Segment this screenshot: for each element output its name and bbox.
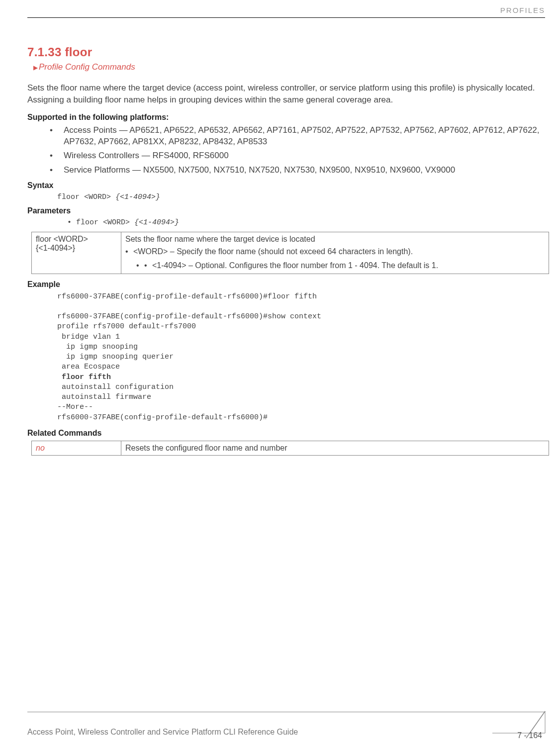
- page-number-box: 7 - 164: [490, 721, 545, 743]
- parameters-heading: Parameters: [27, 206, 545, 215]
- example-line: bridge vlan 1: [57, 333, 120, 341]
- parameters-line: floor <WORD> {<1-4094>}: [67, 218, 545, 227]
- param-desc-b2: <1-4094> – Optional. Configures the floo…: [136, 260, 545, 271]
- supported-heading: Supported in the following platforms:: [27, 113, 545, 122]
- syntax-heading: Syntax: [27, 181, 545, 190]
- example-line: ip igmp snooping: [57, 343, 138, 351]
- param-line-plain: floor <WORD>: [76, 218, 134, 227]
- example-block: rfs6000-37FABE(config-profile-default-rf…: [57, 292, 545, 423]
- intro-paragraph: Sets the floor name where the target dev…: [27, 82, 545, 106]
- example-line: ip igmp snooping querier: [57, 353, 174, 361]
- section-title: 7.1.33 floor: [27, 45, 545, 59]
- related-commands-table: no Resets the configured floor name and …: [31, 441, 549, 456]
- syntax-optional: {<1-4094>}: [115, 193, 160, 201]
- page-footer: Access Point, Wireless Controller and Se…: [0, 712, 560, 743]
- breadcrumb-text: Profile Config Commands: [39, 62, 135, 72]
- breadcrumb[interactable]: ▶Profile Config Commands: [33, 62, 545, 72]
- param-name-l2: {<1-4094>}: [36, 244, 75, 252]
- param-desc-b1: <WORD> – Specify the floor name (should …: [125, 246, 545, 257]
- param-desc-intro: Sets the floor name where the target dev…: [125, 235, 315, 243]
- example-heading: Example: [27, 280, 545, 289]
- list-item: Access Points — AP6521, AP6522, AP6532, …: [50, 125, 545, 148]
- page-number: 7 - 164: [517, 731, 542, 740]
- example-line: profile rfs7000 default-rfs7000: [57, 322, 196, 331]
- example-line: rfs6000-37FABE(config-profile-default-rf…: [57, 292, 317, 301]
- table-row: no Resets the configured floor name and …: [32, 441, 549, 455]
- supported-list: Access Points — AP6521, AP6522, AP6532, …: [50, 125, 545, 177]
- param-name-cell: floor <WORD> {<1-4094>}: [32, 232, 121, 274]
- example-line-highlight: floor fifth: [57, 373, 111, 381]
- example-line: autoinstall firmware: [57, 393, 151, 401]
- related-cmd-cell: no: [32, 441, 121, 455]
- syntax-plain: floor <WORD>: [57, 193, 115, 201]
- example-line: area Ecospace: [57, 363, 120, 371]
- related-cmd-link[interactable]: no: [36, 444, 45, 452]
- param-line-optional: {<1-4094>}: [134, 218, 179, 227]
- footer-rule: [27, 712, 545, 712]
- related-desc-cell: Resets the configured floor name and num…: [121, 441, 549, 455]
- table-row: floor <WORD> {<1-4094>} Sets the floor n…: [32, 232, 549, 274]
- example-line: autoinstall configuration: [57, 383, 174, 391]
- header-rule: [27, 17, 545, 18]
- parameters-table: floor <WORD> {<1-4094>} Sets the floor n…: [31, 232, 549, 274]
- related-heading: Related Commands: [27, 429, 545, 438]
- example-line: rfs6000-37FABE(config-profile-default-rf…: [57, 312, 321, 321]
- example-line: rfs6000-37FABE(config-profile-default-rf…: [57, 413, 268, 422]
- list-item: Wireless Controllers — RFS4000, RFS6000: [50, 150, 545, 162]
- param-name-l1: floor <WORD>: [36, 235, 88, 243]
- param-desc-cell: Sets the floor name where the target dev…: [121, 232, 549, 274]
- header-category: PROFILES: [27, 6, 545, 14]
- footer-doc-title: Access Point, Wireless Controller and Se…: [27, 728, 298, 737]
- example-line: --More--: [57, 403, 93, 411]
- param-desc-b2-text: <1-4094> – Optional. Configures the floo…: [144, 260, 545, 271]
- breadcrumb-arrow-icon: ▶: [33, 64, 38, 71]
- list-item: Service Platforms — NX5500, NX7500, NX75…: [50, 165, 545, 176]
- syntax-command: floor <WORD> {<1-4094>}: [57, 193, 545, 201]
